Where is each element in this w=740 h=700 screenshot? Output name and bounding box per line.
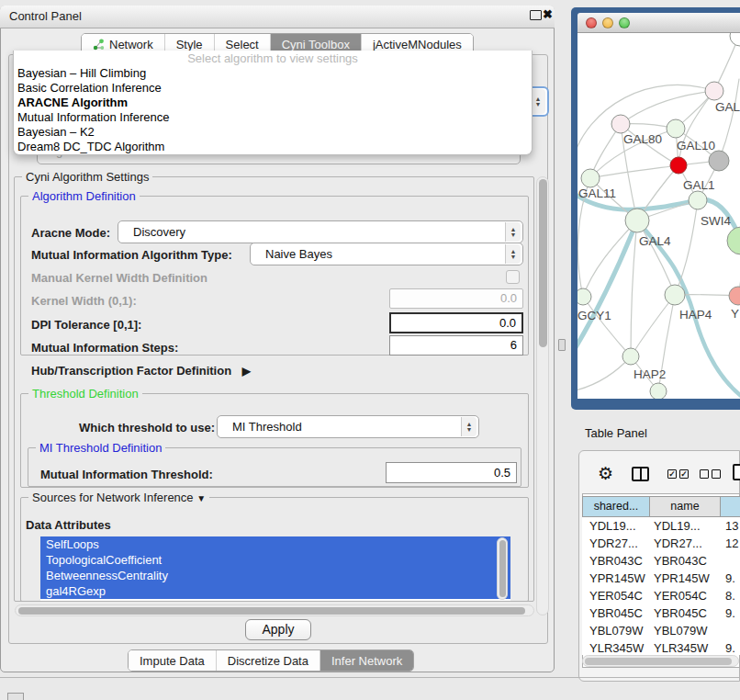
settings-vertical-scrollbar[interactable] bbox=[536, 176, 549, 615]
table-cell bbox=[721, 622, 740, 639]
table-row[interactable]: YDR27...YDR27...12 bbox=[582, 535, 740, 552]
mi-type-combo[interactable]: Naive Bayes ▲▼ bbox=[250, 243, 523, 265]
tab-network-label: Network bbox=[109, 38, 153, 51]
stepper-arrows-icon: ▲▼ bbox=[505, 222, 521, 242]
network-node[interactable] bbox=[705, 82, 723, 100]
check-all-icon[interactable]: ✓ bbox=[667, 469, 677, 479]
aracne-mode-value: Discovery bbox=[133, 221, 185, 243]
network-edge[interactable] bbox=[621, 91, 714, 124]
sources-legend[interactable]: Sources for Network Inference ▼ bbox=[28, 491, 209, 505]
columns-icon[interactable] bbox=[632, 467, 649, 481]
mi-threshold-input[interactable]: 0.5 bbox=[386, 462, 517, 483]
network-node[interactable] bbox=[670, 157, 687, 174]
network-window-titlebar[interactable] bbox=[577, 13, 740, 33]
apply-button[interactable]: Apply bbox=[245, 619, 311, 640]
network-node[interactable] bbox=[730, 33, 740, 46]
mi-steps-input[interactable]: 6 bbox=[389, 335, 523, 356]
network-node[interactable] bbox=[667, 119, 685, 138]
table-cell: YDR27... bbox=[582, 535, 650, 552]
aracne-mode-combo[interactable]: Discovery ▲▼ bbox=[118, 220, 523, 243]
which-threshold-combo[interactable]: MI Threshold ▲▼ bbox=[217, 415, 479, 438]
data-attribute-item[interactable]: BetweennessCentrality bbox=[40, 568, 510, 583]
manual-kernel-label: Manual Kernel Width Definition bbox=[31, 271, 207, 285]
kernel-width-input[interactable]: 0.0 bbox=[389, 288, 523, 309]
close-panel-icon[interactable]: ✖ bbox=[543, 8, 553, 21]
network-node[interactable] bbox=[611, 115, 630, 133]
algorithm-option[interactable]: Bayesian – Hill Climbing bbox=[14, 66, 532, 81]
network-canvas-svg: GALGAL80GAL10GAL1GAL11SWI4GAL4GCY1HAP4YH… bbox=[577, 33, 740, 399]
tab-infer-network-label: Infer Network bbox=[331, 654, 402, 668]
minimize-light-icon[interactable] bbox=[602, 17, 613, 28]
node-label: GAL4 bbox=[639, 234, 671, 248]
algorithm-option[interactable]: ARACNE Algorithm bbox=[14, 96, 532, 110]
table-row[interactable]: YDL19...YDL19...13 bbox=[582, 517, 740, 535]
network-canvas[interactable]: GALGAL80GAL10GAL1GAL11SWI4GAL4GCY1HAP4YH… bbox=[577, 33, 740, 399]
cyni-algorithm-settings-legend: Cyni Algorithm Settings bbox=[22, 170, 152, 184]
data-attribute-item[interactable]: gal4RGexp bbox=[40, 583, 510, 599]
table-horizontal-scrollbar[interactable] bbox=[582, 655, 739, 667]
zoom-light-icon[interactable] bbox=[619, 17, 630, 28]
algorithm-option[interactable]: Basic Correlation Inference bbox=[14, 81, 532, 96]
attributes-scrollbar[interactable] bbox=[497, 537, 508, 600]
algorithm-definition-legend: Algorithm Definition bbox=[28, 189, 140, 203]
column-header-shared-name[interactable]: shared... bbox=[582, 496, 650, 517]
network-edge[interactable] bbox=[675, 200, 698, 295]
table-cell: 8. bbox=[721, 587, 740, 604]
tab-jactivemnodules-label: jActiveMNodules bbox=[373, 38, 462, 51]
network-node[interactable] bbox=[625, 209, 649, 232]
network-node[interactable] bbox=[577, 288, 591, 305]
network-edge[interactable] bbox=[631, 295, 675, 356]
network-node[interactable] bbox=[665, 285, 685, 305]
table-row[interactable]: YLR345WYLR345W9. bbox=[582, 639, 740, 655]
table-cell: YDR27... bbox=[650, 535, 721, 552]
network-node[interactable] bbox=[729, 287, 740, 305]
network-edge[interactable] bbox=[577, 356, 631, 391]
table-row[interactable]: YBL079WYBL079W bbox=[582, 622, 740, 639]
tab-impute-data[interactable]: Impute Data bbox=[129, 650, 216, 671]
network-node[interactable] bbox=[622, 348, 639, 365]
tab-impute-data-label: Impute Data bbox=[140, 654, 205, 668]
table-row[interactable]: YPR145WYPR145W9. bbox=[582, 570, 740, 587]
document-icon[interactable] bbox=[733, 464, 740, 480]
column-header-partial[interactable] bbox=[721, 496, 740, 517]
tab-infer-network[interactable]: Infer Network bbox=[320, 650, 413, 671]
network-icon bbox=[93, 39, 105, 51]
manual-kernel-checkbox[interactable] bbox=[506, 270, 520, 284]
hub-definition-toggle[interactable]: Hub/Transcription Factor Definition ▶ bbox=[31, 364, 251, 378]
network-node[interactable] bbox=[581, 169, 600, 187]
dpi-tolerance-label: DPI Tolerance [0,1]: bbox=[31, 318, 141, 332]
network-node[interactable] bbox=[727, 227, 740, 254]
algorithm-option[interactable]: Bayesian – K2 bbox=[14, 125, 532, 140]
algorithm-option[interactable]: Dream8 DC_TDC Algorithm bbox=[14, 140, 532, 154]
network-edge[interactable] bbox=[631, 220, 637, 356]
gear-icon[interactable]: ⚙ bbox=[598, 465, 613, 482]
uncheck-all-icon[interactable] bbox=[700, 469, 709, 479]
algorithm-dropdown-placeholder: Select algorithm to view settings bbox=[14, 51, 532, 66]
network-node[interactable] bbox=[709, 151, 729, 171]
network-node[interactable] bbox=[689, 191, 707, 209]
table-row[interactable]: YBR043CYBR043C bbox=[582, 552, 740, 570]
check-all-icon[interactable]: ✓ bbox=[679, 469, 689, 479]
uncheck-all-icon[interactable] bbox=[712, 469, 721, 479]
data-attribute-item[interactable]: SelfLoops bbox=[40, 536, 510, 552]
corner-widget[interactable] bbox=[7, 693, 24, 700]
column-header-name[interactable]: name bbox=[650, 496, 721, 517]
settings-horizontal-scrollbar[interactable] bbox=[15, 604, 534, 616]
node-label: GAL1 bbox=[683, 178, 715, 192]
node-label: GAL10 bbox=[677, 139, 715, 152]
bottom-tabbar: Impute Data Discretize Data Infer Networ… bbox=[128, 649, 414, 672]
panel-divider-grip[interactable] bbox=[558, 339, 566, 351]
dpi-tolerance-input[interactable]: 0.0 bbox=[389, 312, 523, 333]
table-panel-title: Table Panel bbox=[585, 426, 647, 440]
aracne-mode-label: Aracne Mode: bbox=[31, 226, 110, 240]
data-attribute-item[interactable]: TopologicalCoefficient bbox=[40, 552, 510, 568]
network-edge[interactable] bbox=[590, 165, 678, 178]
algorithm-option[interactable]: Mutual Information Inference bbox=[14, 110, 532, 125]
table-row[interactable]: YER054CYER054C8. bbox=[582, 587, 740, 604]
network-node[interactable] bbox=[650, 383, 667, 399]
tab-discretize-data[interactable]: Discretize Data bbox=[216, 650, 320, 671]
table-cell: YLR345W bbox=[582, 639, 650, 655]
float-window-icon[interactable] bbox=[530, 10, 542, 20]
table-row[interactable]: YBR045CYBR045C9. bbox=[582, 604, 740, 622]
close-light-icon[interactable] bbox=[586, 17, 597, 28]
